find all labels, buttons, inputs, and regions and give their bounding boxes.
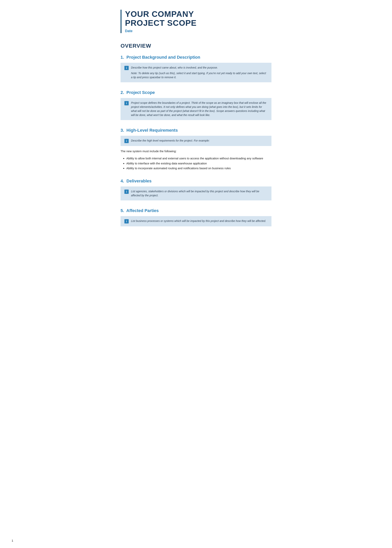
- overview-title: OVERVIEW: [120, 43, 272, 49]
- section-3-tip-box: i Describe the high level requirements f…: [120, 136, 272, 146]
- date-label: Date: [125, 29, 272, 33]
- section-1-tip-main: Describe how this project came about, wh…: [131, 66, 268, 70]
- section-5-info-icon: i: [124, 219, 129, 223]
- section-1-tip-note: Note: To delete any tip (such as this), …: [131, 71, 268, 79]
- section-2: 2. Project Scope i Project scope defines…: [120, 90, 272, 120]
- section-4-info-icon: i: [124, 190, 129, 194]
- section-5: 5. Affected Parties i List business proc…: [120, 208, 272, 226]
- section-1-heading: 1. Project Background and Description: [120, 55, 272, 60]
- section-2-heading: 2. Project Scope: [120, 90, 272, 95]
- section-3: 3. High-Level Requirements i Describe th…: [120, 128, 272, 171]
- section-5-heading: 5. Affected Parties: [120, 208, 272, 213]
- section-2-tip-box: i Project scope defines the boundaries o…: [120, 98, 272, 120]
- section-3-tip-main: Describe the high level requirements for…: [131, 139, 210, 143]
- section-5-tip-box: i List business processes or systems whi…: [120, 216, 272, 226]
- section-3-bullet-list: Ability to allow both internal and exter…: [126, 156, 272, 171]
- section-1-tip-content: Describe how this project came about, wh…: [131, 66, 268, 79]
- main-title: YOUR COMPANY PROJECT SCOPE: [125, 10, 272, 28]
- overview-section: OVERVIEW 1. Project Background and Descr…: [120, 43, 272, 226]
- section-2-tip-main: Project scope defines the boundaries of …: [131, 101, 268, 117]
- section-4-heading: 4. Deliverables: [120, 178, 272, 184]
- section-5-tip-main: List business processes or systems which…: [131, 219, 266, 223]
- header-section: YOUR COMPANY PROJECT SCOPE Date: [120, 10, 272, 33]
- section-4: 4. Deliverables i List agencies, stakeho…: [120, 178, 272, 200]
- section-1-tip-box: i Describe how this project came about, …: [120, 63, 272, 82]
- section-1-info-icon: i: [124, 66, 129, 70]
- section-3-body: The new system must include the followin…: [120, 149, 272, 154]
- list-item: Ability to allow both internal and exter…: [126, 156, 272, 161]
- section-2-info-icon: i: [124, 101, 129, 105]
- section-1: 1. Project Background and Description i …: [120, 55, 272, 82]
- section-3-info-icon: i: [124, 139, 129, 143]
- section-4-tip-box: i List agencies, stakeholders or divisio…: [120, 186, 272, 200]
- list-item: Ability to interface with the existing d…: [126, 161, 272, 166]
- section-3-heading: 3. High-Level Requirements: [120, 128, 272, 133]
- list-item: Ability to incorporate automated routing…: [126, 166, 272, 171]
- section-4-tip-main: List agencies, stakeholders or divisions…: [131, 189, 268, 198]
